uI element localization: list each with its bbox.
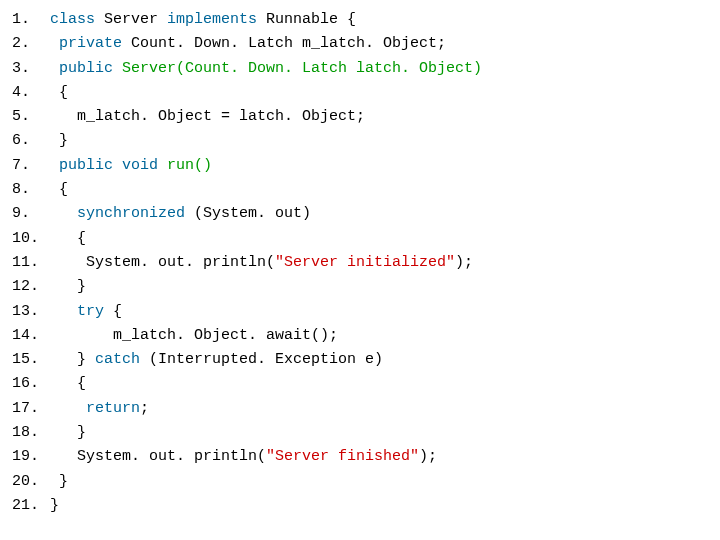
line-number: 4. (12, 81, 50, 105)
line-number: 3. (12, 57, 50, 81)
code-line: 2. private Count. Down. Latch m_latch. O… (12, 32, 708, 56)
line-number: 6. (12, 129, 50, 153)
code-token: { (50, 375, 86, 392)
line-content: m_latch. Object. await(); (50, 324, 338, 348)
code-line: 19. System. out. println("Server finishe… (12, 445, 708, 469)
code-line: 5. m_latch. Object = latch. Object; (12, 105, 708, 129)
line-number: 15. (12, 348, 50, 372)
code-token: Server (104, 11, 167, 28)
code-line: 15. } catch (Interrupted. Exception e) (12, 348, 708, 372)
code-token: Server(Count. Down. Latch latch. Object) (122, 60, 482, 77)
line-number: 19. (12, 445, 50, 469)
code-token: ; (140, 400, 149, 417)
code-token: implements (167, 11, 266, 28)
code-token: (Interrupted. Exception e) (149, 351, 383, 368)
line-content: } catch (Interrupted. Exception e) (50, 348, 383, 372)
line-number: 12. (12, 275, 50, 299)
code-token: ); (455, 254, 473, 271)
code-token: "Server finished" (266, 448, 419, 465)
code-line: 10. { (12, 227, 708, 251)
code-token: m_latch. Object. await(); (50, 327, 338, 344)
code-line: 20. } (12, 470, 708, 494)
line-number: 7. (12, 154, 50, 178)
line-number: 2. (12, 32, 50, 56)
code-token (50, 400, 86, 417)
code-token: System. out. println( (50, 254, 275, 271)
line-content: { (50, 227, 86, 251)
line-content: synchronized (System. out) (50, 202, 311, 226)
code-line: 14. m_latch. Object. await(); (12, 324, 708, 348)
code-token: return (86, 400, 140, 417)
code-line: 11. System. out. println("Server initial… (12, 251, 708, 275)
line-content: m_latch. Object = latch. Object; (50, 105, 365, 129)
code-line: 13. try { (12, 300, 708, 324)
line-content: } (50, 421, 86, 445)
line-number: 17. (12, 397, 50, 421)
line-content: } (50, 275, 86, 299)
code-token: } (50, 278, 86, 295)
line-content: { (50, 178, 68, 202)
code-token: Count. Down. Latch m_latch. Object; (131, 35, 446, 52)
code-token: } (50, 351, 95, 368)
code-token: { (50, 181, 68, 198)
code-line: 9. synchronized (System. out) (12, 202, 708, 226)
code-token: } (50, 473, 68, 490)
code-line: 12. } (12, 275, 708, 299)
code-token: synchronized (77, 205, 194, 222)
code-line: 16. { (12, 372, 708, 396)
line-number: 14. (12, 324, 50, 348)
code-token: ); (419, 448, 437, 465)
code-token (50, 35, 59, 52)
code-token: } (50, 424, 86, 441)
code-token: System. out. println( (50, 448, 266, 465)
code-line: 17. return; (12, 397, 708, 421)
code-token: class (50, 11, 104, 28)
code-token: Runnable { (266, 11, 356, 28)
code-token (50, 60, 59, 77)
code-token: public void (59, 157, 167, 174)
code-line: 18. } (12, 421, 708, 445)
code-line: 4. { (12, 81, 708, 105)
line-number: 10. (12, 227, 50, 251)
line-number: 20. (12, 470, 50, 494)
code-line: 8. { (12, 178, 708, 202)
line-number: 1. (12, 8, 50, 32)
line-content: System. out. println("Server finished"); (50, 445, 437, 469)
line-number: 21. (12, 494, 50, 518)
code-token: m_latch. Object = latch. Object; (50, 108, 365, 125)
code-token: "Server initialized" (275, 254, 455, 271)
line-content: } (50, 470, 68, 494)
line-content: { (50, 372, 86, 396)
code-token: private (59, 35, 131, 52)
code-token: { (104, 303, 122, 320)
code-token: catch (95, 351, 149, 368)
line-content: } (50, 494, 59, 518)
code-token (50, 157, 59, 174)
code-token: { (50, 84, 68, 101)
line-content: System. out. println("Server initialized… (50, 251, 473, 275)
line-number: 8. (12, 178, 50, 202)
line-content: class Server implements Runnable { (50, 8, 356, 32)
line-number: 9. (12, 202, 50, 226)
code-token: } (50, 497, 59, 514)
code-token: try (77, 303, 104, 320)
code-token: public (59, 60, 122, 77)
line-content: private Count. Down. Latch m_latch. Obje… (50, 32, 446, 56)
code-token: { (50, 230, 86, 247)
line-content: public Server(Count. Down. Latch latch. … (50, 57, 482, 81)
code-token: run() (167, 157, 212, 174)
line-number: 13. (12, 300, 50, 324)
code-line: 6. } (12, 129, 708, 153)
code-listing: 1.class Server implements Runnable {2. p… (12, 8, 708, 518)
code-line: 3. public Server(Count. Down. Latch latc… (12, 57, 708, 81)
code-line: 21.} (12, 494, 708, 518)
line-number: 5. (12, 105, 50, 129)
line-number: 18. (12, 421, 50, 445)
line-content: try { (50, 300, 122, 324)
code-token (50, 303, 77, 320)
line-content: { (50, 81, 68, 105)
code-token: (System. out) (194, 205, 311, 222)
line-number: 11. (12, 251, 50, 275)
code-line: 7. public void run() (12, 154, 708, 178)
code-line: 1.class Server implements Runnable { (12, 8, 708, 32)
